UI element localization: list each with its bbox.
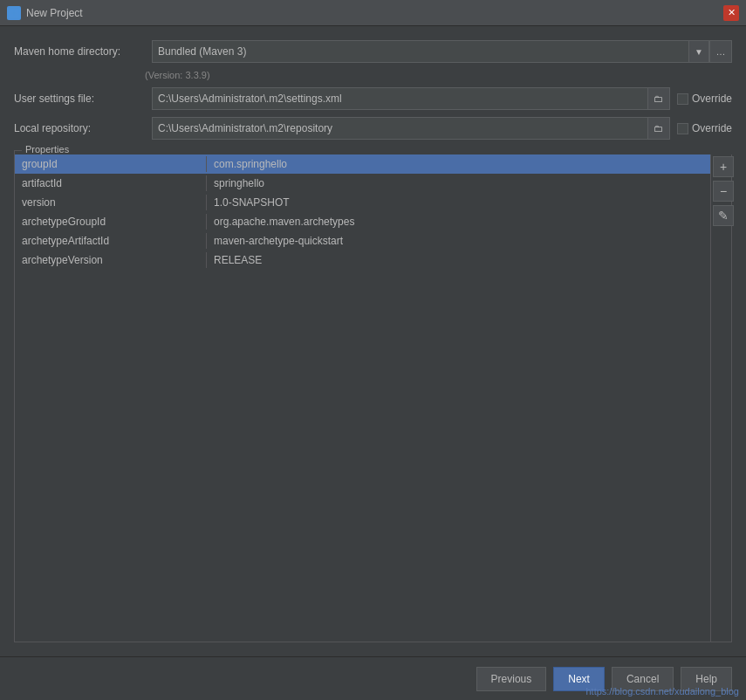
watermark: https://blog.csdn.net/xudailong_blog [585,686,739,697]
properties-inner: groupIdcom.springhelloartifactIdspringhe… [15,154,731,642]
properties-rows: groupIdcom.springhelloartifactIdspringhe… [15,154,710,642]
maven-home-label: Maven home directory: [14,45,145,58]
user-settings-override-label: Override [692,93,732,105]
property-key: artifactId [15,175,207,191]
property-key: groupId [15,156,207,172]
property-value: RELEASE [207,252,710,268]
new-project-dialog: New Project ✕ Maven home directory: ▼ … … [0,0,746,700]
user-settings-label: User settings file: [14,93,145,105]
table-row[interactable]: archetypeArtifactIdmaven-archetype-quick… [15,231,710,250]
local-repo-override-label: Override [692,122,732,134]
maven-dropdown-button[interactable]: ▼ [688,40,709,63]
remove-property-button[interactable]: − [713,181,734,202]
local-repo-override: Override [677,122,732,134]
version-text: (Version: 3.3.9) [14,70,732,80]
table-row[interactable]: version1.0-SNAPSHOT [15,193,710,212]
maven-home-input[interactable] [152,40,688,63]
property-key: archetypeVersion [15,252,207,268]
local-repo-input[interactable] [152,117,647,140]
user-settings-override: Override [677,93,732,105]
user-settings-input-group: 🗀 [152,87,670,110]
local-repo-browse-button[interactable]: 🗀 [647,117,670,140]
property-key: archetypeArtifactId [15,233,207,249]
properties-section: Properties groupIdcom.springhelloartifac… [14,150,732,642]
user-settings-input[interactable] [152,87,647,110]
add-property-button[interactable]: + [713,156,734,177]
previous-button[interactable]: Previous [476,667,547,691]
title-bar-left: New Project [7,6,83,20]
properties-actions: + − ✎ [710,154,731,642]
property-value: maven-archetype-quickstart [207,233,710,249]
table-row[interactable]: artifactIdspringhello [15,174,710,193]
title-bar: New Project ✕ [0,0,746,26]
user-settings-row: User settings file: 🗀 Override [14,87,732,110]
maven-home-row: Maven home directory: ▼ … [14,40,732,63]
property-value: 1.0-SNAPSHOT [207,195,710,210]
table-row[interactable]: archetypeGroupIdorg.apache.maven.archety… [15,212,710,231]
local-repo-input-group: 🗀 [152,117,670,140]
table-row[interactable]: archetypeVersionRELEASE [15,250,710,270]
dialog-content: Maven home directory: ▼ … (Version: 3.3.… [0,26,746,656]
maven-browse-button[interactable]: … [709,40,732,63]
maven-home-input-group: ▼ … [152,40,732,63]
property-value: org.apache.maven.archetypes [207,214,710,230]
close-button[interactable]: ✕ [723,5,739,21]
user-settings-browse-button[interactable]: 🗀 [647,87,670,110]
properties-section-label: Properties [22,144,738,154]
property-value: com.springhello [207,156,710,172]
title-bar-title: New Project [26,7,83,19]
local-repo-row: Local repository: 🗀 Override [14,117,732,140]
edit-property-button[interactable]: ✎ [713,205,734,226]
property-key: archetypeGroupId [15,214,207,230]
app-icon [7,6,21,20]
user-settings-override-checkbox[interactable] [677,93,688,105]
local-repo-label: Local repository: [14,122,145,134]
table-row[interactable]: groupIdcom.springhello [15,154,710,174]
property-key: version [15,195,207,210]
property-value: springhello [207,175,710,191]
local-repo-override-checkbox[interactable] [677,123,688,134]
